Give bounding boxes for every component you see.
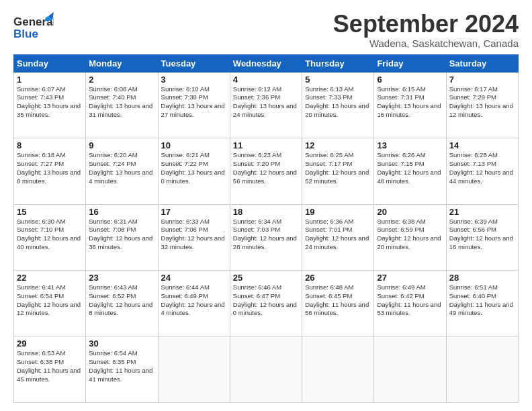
month-title: September 2024	[333, 11, 519, 38]
calendar-header-row: SundayMondayTuesdayWednesdayThursdayFrid…	[14, 54, 519, 72]
day-number: 28	[449, 273, 515, 283]
calendar-cell: 13Sunrise: 6:26 AMSunset: 7:15 PMDayligh…	[374, 138, 446, 204]
calendar-cell: 16Sunrise: 6:31 AMSunset: 7:08 PMDayligh…	[86, 204, 158, 270]
logo: General Blue	[13, 11, 54, 47]
day-info: Sunrise: 6:18 AMSunset: 7:27 PMDaylight:…	[17, 151, 83, 185]
calendar-cell: 10Sunrise: 6:21 AMSunset: 7:22 PMDayligh…	[158, 138, 230, 204]
day-info: Sunrise: 6:08 AMSunset: 7:40 PMDaylight:…	[89, 85, 154, 120]
day-info: Sunrise: 6:07 AMSunset: 7:43 PMDaylight:…	[17, 85, 83, 120]
day-number: 3	[161, 75, 227, 85]
day-number: 24	[161, 273, 227, 283]
calendar-cell: 12Sunrise: 6:25 AMSunset: 7:17 PMDayligh…	[302, 138, 374, 204]
day-number: 19	[305, 207, 371, 217]
calendar-cell: 2Sunrise: 6:08 AMSunset: 7:40 PMDaylight…	[86, 72, 158, 138]
day-info: Sunrise: 6:25 AMSunset: 7:17 PMDaylight:…	[305, 151, 371, 185]
day-info: Sunrise: 6:43 AMSunset: 6:52 PMDaylight:…	[89, 283, 154, 318]
calendar-cell: 5Sunrise: 6:13 AMSunset: 7:33 PMDaylight…	[302, 72, 374, 138]
calendar-cell: 27Sunrise: 6:49 AMSunset: 6:42 PMDayligh…	[374, 271, 446, 336]
calendar-cell	[302, 336, 374, 403]
calendar-header-tuesday: Tuesday	[158, 54, 230, 72]
day-number: 14	[449, 140, 515, 150]
calendar-table: SundayMondayTuesdayWednesdayThursdayFrid…	[13, 54, 519, 403]
calendar-week-1: 1Sunrise: 6:07 AMSunset: 7:43 PMDaylight…	[14, 72, 519, 138]
calendar-cell: 28Sunrise: 6:51 AMSunset: 6:40 PMDayligh…	[446, 271, 518, 336]
day-info: Sunrise: 6:44 AMSunset: 6:49 PMDaylight:…	[161, 283, 227, 318]
day-number: 12	[305, 140, 371, 150]
day-number: 9	[89, 140, 154, 150]
day-number: 13	[377, 140, 443, 150]
day-number: 4	[233, 75, 299, 85]
day-info: Sunrise: 6:15 AMSunset: 7:31 PMDaylight:…	[377, 85, 443, 120]
calendar-cell: 11Sunrise: 6:23 AMSunset: 7:20 PMDayligh…	[230, 138, 302, 204]
day-info: Sunrise: 6:38 AMSunset: 6:59 PMDaylight:…	[377, 218, 443, 252]
day-info: Sunrise: 6:30 AMSunset: 7:10 PMDaylight:…	[17, 218, 83, 252]
day-number: 18	[233, 207, 299, 217]
day-info: Sunrise: 6:34 AMSunset: 7:03 PMDaylight:…	[233, 218, 299, 252]
day-number: 8	[17, 140, 83, 150]
day-number: 29	[17, 338, 83, 349]
calendar-cell: 3Sunrise: 6:10 AMSunset: 7:38 PMDaylight…	[158, 72, 230, 138]
day-number: 6	[377, 75, 443, 85]
calendar-cell: 19Sunrise: 6:36 AMSunset: 7:01 PMDayligh…	[302, 204, 374, 270]
day-info: Sunrise: 6:36 AMSunset: 7:01 PMDaylight:…	[305, 218, 371, 252]
day-number: 17	[161, 207, 227, 217]
calendar-cell: 14Sunrise: 6:28 AMSunset: 7:13 PMDayligh…	[446, 138, 518, 204]
calendar-cell: 21Sunrise: 6:39 AMSunset: 6:56 PMDayligh…	[446, 204, 518, 270]
day-number: 15	[17, 207, 83, 217]
calendar-cell	[230, 336, 302, 403]
header: General Blue September 2024 Wadena, Sask…	[13, 11, 519, 49]
calendar-cell: 23Sunrise: 6:43 AMSunset: 6:52 PMDayligh…	[86, 271, 158, 336]
calendar-cell: 15Sunrise: 6:30 AMSunset: 7:10 PMDayligh…	[14, 204, 86, 270]
calendar-cell	[158, 336, 230, 403]
day-number: 5	[305, 75, 371, 85]
calendar-cell: 24Sunrise: 6:44 AMSunset: 6:49 PMDayligh…	[158, 271, 230, 336]
day-number: 2	[89, 75, 154, 85]
day-info: Sunrise: 6:53 AMSunset: 6:38 PMDaylight:…	[17, 349, 83, 383]
calendar-cell: 25Sunrise: 6:46 AMSunset: 6:47 PMDayligh…	[230, 271, 302, 336]
day-number: 1	[17, 75, 83, 85]
svg-text:Blue: Blue	[13, 28, 38, 40]
calendar-cell: 22Sunrise: 6:41 AMSunset: 6:54 PMDayligh…	[14, 271, 86, 336]
calendar-header-wednesday: Wednesday	[230, 54, 302, 72]
calendar-header-saturday: Saturday	[446, 54, 518, 72]
location: Wadena, Saskatchewan, Canada	[333, 38, 519, 49]
calendar-cell: 26Sunrise: 6:48 AMSunset: 6:45 PMDayligh…	[302, 271, 374, 336]
calendar-cell	[446, 336, 518, 403]
day-number: 20	[377, 207, 443, 217]
day-info: Sunrise: 6:46 AMSunset: 6:47 PMDaylight:…	[233, 283, 299, 318]
day-info: Sunrise: 6:31 AMSunset: 7:08 PMDaylight:…	[89, 218, 154, 252]
day-info: Sunrise: 6:23 AMSunset: 7:20 PMDaylight:…	[233, 151, 299, 185]
day-number: 30	[89, 338, 154, 349]
day-info: Sunrise: 6:10 AMSunset: 7:38 PMDaylight:…	[161, 85, 227, 120]
logo-text: General Blue	[13, 11, 54, 47]
calendar-week-4: 22Sunrise: 6:41 AMSunset: 6:54 PMDayligh…	[14, 271, 519, 336]
calendar-cell: 20Sunrise: 6:38 AMSunset: 6:59 PMDayligh…	[374, 204, 446, 270]
calendar-cell: 17Sunrise: 6:33 AMSunset: 7:06 PMDayligh…	[158, 204, 230, 270]
day-number: 23	[89, 273, 154, 283]
day-number: 26	[305, 273, 371, 283]
calendar-cell: 6Sunrise: 6:15 AMSunset: 7:31 PMDaylight…	[374, 72, 446, 138]
calendar-cell: 1Sunrise: 6:07 AMSunset: 7:43 PMDaylight…	[14, 72, 86, 138]
day-number: 22	[17, 273, 83, 283]
calendar-week-2: 8Sunrise: 6:18 AMSunset: 7:27 PMDaylight…	[14, 138, 519, 204]
calendar-cell: 4Sunrise: 6:12 AMSunset: 7:36 PMDaylight…	[230, 72, 302, 138]
day-number: 27	[377, 273, 443, 283]
calendar-cell: 8Sunrise: 6:18 AMSunset: 7:27 PMDaylight…	[14, 138, 86, 204]
calendar-cell: 18Sunrise: 6:34 AMSunset: 7:03 PMDayligh…	[230, 204, 302, 270]
day-info: Sunrise: 6:51 AMSunset: 6:40 PMDaylight:…	[449, 283, 515, 318]
day-number: 10	[161, 140, 227, 150]
day-info: Sunrise: 6:48 AMSunset: 6:45 PMDaylight:…	[305, 283, 371, 318]
day-info: Sunrise: 6:39 AMSunset: 6:56 PMDaylight:…	[449, 218, 515, 252]
day-info: Sunrise: 6:49 AMSunset: 6:42 PMDaylight:…	[377, 283, 443, 318]
calendar-cell: 9Sunrise: 6:20 AMSunset: 7:24 PMDaylight…	[86, 138, 158, 204]
day-info: Sunrise: 6:54 AMSunset: 6:35 PMDaylight:…	[89, 349, 154, 383]
calendar-header-friday: Friday	[374, 54, 446, 72]
calendar-cell: 30Sunrise: 6:54 AMSunset: 6:35 PMDayligh…	[86, 336, 158, 403]
calendar-page: General Blue September 2024 Wadena, Sask…	[0, 0, 532, 411]
day-number: 7	[449, 75, 515, 85]
day-info: Sunrise: 6:41 AMSunset: 6:54 PMDaylight:…	[17, 283, 83, 318]
day-info: Sunrise: 6:26 AMSunset: 7:15 PMDaylight:…	[377, 151, 443, 185]
calendar-week-3: 15Sunrise: 6:30 AMSunset: 7:10 PMDayligh…	[14, 204, 519, 270]
calendar-week-5: 29Sunrise: 6:53 AMSunset: 6:38 PMDayligh…	[14, 336, 519, 403]
day-info: Sunrise: 6:33 AMSunset: 7:06 PMDaylight:…	[161, 218, 227, 252]
